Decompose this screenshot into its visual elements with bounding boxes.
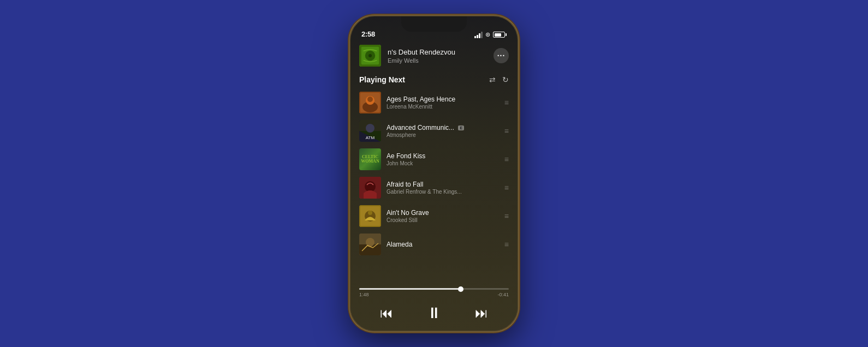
progress-thumb[interactable]	[458, 286, 463, 292]
pause-button[interactable]: ⏸	[426, 304, 442, 322]
track-item[interactable]: Ages Past, Ages Hence Loreena McKennitt …	[350, 88, 518, 117]
track-title: Afraid to Fall	[387, 181, 499, 188]
track-album-art: ATM	[359, 120, 381, 142]
track-artist: Atmosphere	[387, 132, 499, 138]
track-album-art	[359, 177, 381, 199]
track-item[interactable]: ATM Advanced Communic... E Atmosphere ≡	[350, 117, 518, 145]
svg-point-3	[368, 54, 372, 57]
repeat-icon[interactable]: ↻	[502, 75, 509, 84]
phone-notch	[401, 16, 467, 32]
svg-point-11	[366, 124, 374, 133]
pause-icon: ⏸	[426, 304, 442, 322]
section-header: Playing Next ⇄ ↻	[350, 73, 518, 88]
track-title: Ae Fond Kiss	[387, 152, 499, 160]
section-actions: ⇄ ↻	[489, 75, 509, 84]
now-playing-header: n's Debut Rendezvou Emily Wells ···	[350, 40, 518, 73]
signal-bars-icon	[474, 32, 483, 38]
album-art-image	[359, 45, 381, 67]
section-title: Playing Next	[359, 75, 405, 84]
track-artist: Crooked Still	[387, 217, 499, 223]
status-time: 2:58	[361, 30, 375, 38]
svg-point-18	[368, 211, 372, 215]
more-options-button[interactable]: ···	[494, 48, 509, 63]
track-album-art	[359, 234, 381, 255]
track-artist: John Mock	[387, 160, 499, 166]
fast-forward-icon: ⏭	[475, 306, 488, 321]
drag-handle-icon[interactable]: ≡	[504, 240, 509, 249]
rewind-button[interactable]: ⏮	[380, 306, 393, 321]
now-playing-album-art	[359, 45, 381, 67]
explicit-badge: E	[458, 125, 464, 130]
track-info: Advanced Communic... E Atmosphere	[387, 124, 499, 138]
fast-forward-button[interactable]: ⏭	[475, 306, 488, 321]
track-info: Ain't No Grave Crooked Still	[387, 209, 499, 223]
track-info: Afraid to Fall Gabriel Renfrow & The Kin…	[387, 181, 499, 195]
svg-point-8	[367, 97, 373, 102]
drag-handle-icon[interactable]: ≡	[504, 98, 509, 107]
rewind-icon: ⏮	[380, 306, 393, 321]
progress-section: 1:48 -0:41	[350, 285, 518, 300]
time-elapsed: 1:48	[359, 292, 369, 297]
wifi-icon: ⊛	[485, 31, 490, 38]
battery-icon	[493, 32, 507, 38]
playback-controls: ⏮ ⏸ ⏭	[350, 300, 518, 331]
svg-text:ATM: ATM	[366, 135, 375, 140]
track-item[interactable]: Alameda ≡	[350, 230, 518, 259]
track-title: Advanced Communic... E	[387, 124, 499, 131]
status-icons: ⊛	[474, 31, 507, 38]
now-playing-artist: Emily Wells	[388, 57, 487, 64]
now-playing-title: n's Debut Rendezvou	[388, 48, 487, 56]
track-album-art: CELTICWOMAN	[359, 148, 381, 170]
track-album-art	[359, 205, 381, 227]
drag-handle-icon[interactable]: ≡	[504, 155, 509, 164]
track-item[interactable]: Afraid to Fall Gabriel Renfrow & The Kin…	[350, 174, 518, 202]
track-title: Ain't No Grave	[387, 209, 499, 217]
drag-handle-icon[interactable]: ≡	[504, 127, 509, 135]
now-playing-info: n's Debut Rendezvou Emily Wells	[388, 48, 487, 64]
more-dots-icon: ···	[497, 51, 506, 60]
track-title: Ages Past, Ages Hence	[387, 95, 499, 103]
progress-bar[interactable]	[359, 288, 509, 290]
progress-fill	[359, 288, 461, 290]
shuffle-icon[interactable]: ⇄	[489, 75, 496, 84]
track-title: Alameda	[387, 241, 499, 248]
time-remaining: -0:41	[497, 292, 509, 297]
track-item[interactable]: Ain't No Grave Crooked Still ≡	[350, 202, 518, 230]
phone-device: 2:58 ⊛	[349, 15, 519, 332]
track-artist: Loreena McKennitt	[387, 104, 499, 110]
track-info: Ages Past, Ages Hence Loreena McKennitt	[387, 95, 499, 110]
progress-times: 1:48 -0:41	[359, 292, 509, 297]
drag-handle-icon[interactable]: ≡	[504, 183, 509, 192]
track-item[interactable]: CELTICWOMAN Ae Fond Kiss John Mock ≡	[350, 145, 518, 174]
track-album-art	[359, 92, 381, 113]
track-list: Ages Past, Ages Hence Loreena McKennitt …	[350, 88, 518, 285]
phone-screen: 2:58 ⊛	[350, 16, 518, 331]
screen-content: n's Debut Rendezvou Emily Wells ··· Play…	[350, 40, 518, 331]
track-info: Alameda	[387, 241, 499, 249]
drag-handle-icon[interactable]: ≡	[504, 212, 509, 220]
track-artist: Gabriel Renfrow & The Kings...	[387, 189, 499, 195]
track-info: Ae Fond Kiss John Mock	[387, 152, 499, 166]
